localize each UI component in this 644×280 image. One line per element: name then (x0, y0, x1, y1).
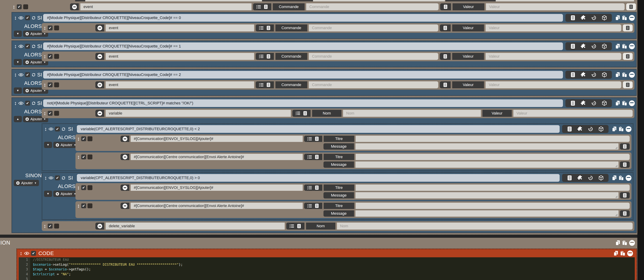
copy-icon[interactable] (615, 44, 620, 49)
plugin-puzzle-icon[interactable] (578, 126, 583, 132)
message-picker-button[interactable] (620, 192, 630, 199)
eye-icon[interactable] (18, 73, 24, 77)
action-type-input[interactable] (106, 223, 285, 230)
option-checkbox[interactable] (54, 25, 59, 30)
list-icon[interactable] (567, 175, 572, 181)
paste-icon[interactable] (622, 44, 627, 49)
option-checkbox[interactable] (54, 111, 59, 116)
option-checkbox[interactable] (88, 155, 92, 159)
remove-block-icon[interactable] (626, 175, 632, 181)
checklist-icon[interactable] (307, 137, 312, 141)
copy-icon[interactable] (612, 175, 617, 181)
refresh-icon[interactable] (32, 44, 36, 48)
drag-handle-icon[interactable]: ↕ (77, 185, 80, 190)
drag-handle-icon[interactable]: ↕ (77, 203, 80, 208)
action-type-input[interactable] (106, 53, 254, 60)
drag-handle-icon[interactable]: ↕ (14, 15, 17, 20)
checklist-icon[interactable] (259, 54, 264, 59)
message-picker-button[interactable] (620, 210, 630, 217)
valeur-input[interactable] (513, 110, 633, 117)
command-list-icon[interactable] (264, 4, 268, 9)
command-input[interactable] (306, 3, 438, 10)
drag-handle-icon[interactable]: ↕ (14, 72, 17, 77)
drag-handle-icon[interactable]: ↕ (77, 154, 80, 160)
remove-action-button[interactable] (70, 3, 79, 10)
refresh-icon[interactable] (32, 101, 36, 105)
titre-input[interactable] (356, 203, 630, 209)
message-textarea[interactable] (356, 161, 618, 168)
checklist-icon[interactable] (256, 4, 261, 9)
copy-icon[interactable] (615, 240, 620, 246)
remove-action-button[interactable] (95, 24, 104, 31)
refresh-icon[interactable] (32, 73, 36, 77)
enabled-checkbox[interactable]: ✔ (48, 25, 52, 30)
message-textarea[interactable] (356, 143, 618, 150)
value-input[interactable] (486, 3, 624, 10)
list-icon[interactable] (570, 44, 576, 49)
eye-icon[interactable] (18, 16, 24, 20)
object-cube-icon[interactable] (602, 44, 607, 49)
paste-icon[interactable] (622, 72, 627, 77)
value-input[interactable] (486, 81, 621, 88)
paste-icon[interactable] (622, 15, 627, 20)
list-icon[interactable] (570, 101, 576, 106)
list-icon[interactable] (570, 72, 576, 77)
plugin-puzzle-icon[interactable] (578, 175, 583, 181)
action-type-input[interactable] (106, 110, 291, 117)
enabled-checkbox[interactable]: ✔ (48, 224, 52, 229)
resize-handle-icon[interactable] (615, 196, 618, 198)
command-input[interactable] (309, 24, 438, 31)
remove-code-icon[interactable] (627, 251, 633, 256)
drag-handle-icon[interactable]: ↕ (44, 82, 46, 87)
enabled-checkbox[interactable]: ✔ (81, 136, 86, 141)
object-cube-icon[interactable] (602, 15, 607, 20)
command-list-icon[interactable] (303, 111, 308, 116)
command-list-icon[interactable] (314, 185, 319, 190)
resize-handle-icon[interactable] (615, 214, 618, 216)
code-editor[interactable]: 1//DISTRIBUTEUR EAU2$scenario->setLog("*… (19, 257, 635, 280)
paste-icon[interactable] (622, 101, 627, 106)
resize-handle-icon[interactable] (615, 147, 618, 149)
value-picker-button[interactable] (626, 3, 636, 10)
drag-handle-icon[interactable]: ↕ (44, 126, 47, 132)
drag-handle-icon[interactable]: ↕ (44, 175, 47, 181)
remove-action-button[interactable] (95, 53, 104, 60)
message-textarea[interactable] (356, 210, 618, 217)
collapse-button[interactable]: ▼ (44, 191, 52, 197)
plugin-puzzle-icon[interactable] (581, 72, 586, 77)
object-cube-icon[interactable] (602, 72, 607, 77)
eye-icon[interactable] (48, 176, 54, 180)
remove-section-icon[interactable] (629, 240, 635, 246)
drag-handle-icon[interactable]: ↕ (44, 224, 46, 229)
action-type-input[interactable] (106, 24, 254, 31)
history-icon[interactable] (588, 126, 593, 132)
action-type-input[interactable] (106, 81, 254, 88)
refresh-icon[interactable] (32, 16, 36, 20)
copy-icon[interactable] (612, 126, 617, 132)
enabled-checkbox[interactable]: ✔ (25, 44, 30, 49)
titre-input[interactable] (356, 136, 630, 142)
remove-block-icon[interactable] (629, 72, 635, 78)
plugin-puzzle-icon[interactable] (581, 101, 586, 106)
action-command-input[interactable] (131, 185, 303, 191)
drag-handle-icon[interactable]: ↕ (12, 4, 15, 9)
refresh-icon[interactable] (62, 127, 66, 131)
copy-icon[interactable] (615, 15, 620, 20)
enabled-checkbox[interactable]: ✔ (25, 101, 30, 106)
ajouter-button[interactable]: Ajouter ▼ (53, 191, 78, 197)
command-list-icon[interactable] (443, 54, 448, 59)
remove-action-button[interactable] (95, 223, 104, 230)
plugin-puzzle-icon[interactable] (581, 15, 586, 20)
condition-input[interactable] (43, 71, 563, 78)
enabled-checkbox[interactable]: ✔ (25, 15, 30, 20)
option-checkbox[interactable] (54, 82, 59, 87)
copy-icon[interactable] (613, 251, 618, 256)
ajouter-button[interactable]: Ajouter ▼ (53, 142, 78, 148)
command-list-icon[interactable] (297, 224, 301, 228)
history-icon[interactable] (591, 101, 596, 106)
enabled-checkbox[interactable]: ✔ (81, 185, 86, 190)
titre-input[interactable] (356, 154, 630, 160)
history-icon[interactable] (591, 44, 596, 49)
message-picker-button[interactable] (620, 161, 630, 168)
enabled-checkbox[interactable]: ✔ (48, 82, 52, 87)
